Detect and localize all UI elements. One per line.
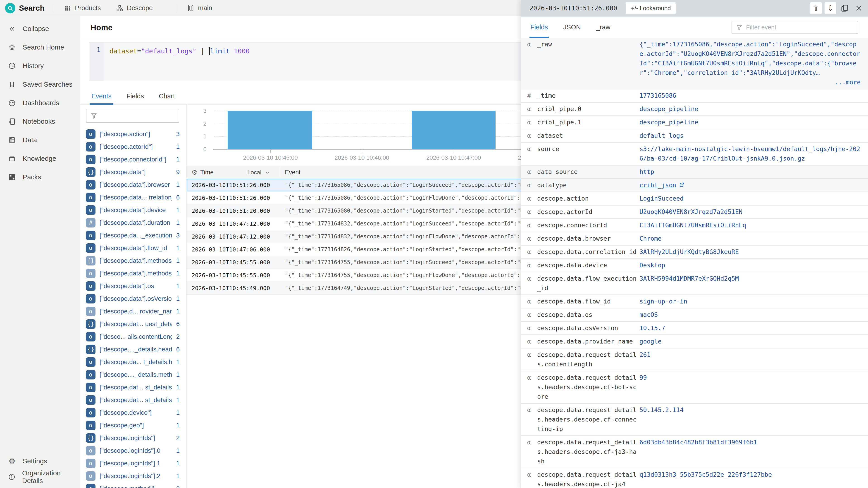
detail-field-row[interactable]: αdescope.data.request_details.headers.de… <box>521 404 868 436</box>
sidebar-item-knowledge[interactable]: Knowledge <box>0 149 80 168</box>
detail-field-row[interactable]: αdescope.data.provider_namegoogle <box>521 335 868 349</box>
field-list-item[interactable]: α["descope...._details.method1 <box>80 368 186 381</box>
detail-field-row[interactable]: αdescope.data.request_details.headers.de… <box>521 436 868 468</box>
field-list-item[interactable]: α["descope.device"]1 <box>80 406 186 419</box>
lookaround-button[interactable]: +/- Lookaround <box>626 2 676 14</box>
field-list-item[interactable]: α["descope.method"]2 <box>80 482 186 488</box>
sidebar-item-organization-details[interactable]: Organization Details <box>0 469 80 485</box>
event-filter-input[interactable] <box>746 24 858 31</box>
detail-field-row[interactable]: αdescope.data.flow_idsign-up-or-in <box>521 295 868 308</box>
timezone-selector[interactable]: Local <box>247 169 270 176</box>
detail-field-row[interactable]: αdescope.data.request_details.contentLen… <box>521 349 868 371</box>
sidebar-item-saved-searches[interactable]: Saved Searches <box>0 75 80 94</box>
detail-field-row[interactable]: αcribl_pipe.0descope_pipeline <box>521 103 868 116</box>
sidebar-item-settings[interactable]: ⚙Settings <box>0 453 80 469</box>
previous-event-button[interactable]: ⇧ <box>810 2 822 14</box>
detail-field-name: cribl_pipe.1 <box>537 118 640 127</box>
detail-field-row[interactable]: αdata_sourcehttp <box>521 166 868 179</box>
detail-field-row[interactable]: αdescope.data.request_details.headers.de… <box>521 468 868 488</box>
detail-field-row[interactable]: αdescope.connectorIdCI3AiffGmUGNt7U0smRE… <box>521 219 868 232</box>
field-list-item[interactable]: α["descope.loginIds"].11 <box>80 457 186 470</box>
copy-event-button[interactable] <box>839 2 850 14</box>
field-list-item[interactable]: {}["descope.loginIds"]2 <box>80 432 186 444</box>
event-time: 2026-03-10T10:51:20.000 <box>187 207 278 214</box>
field-list-item[interactable]: α["descope.dat... st_details.url1 <box>80 394 186 406</box>
sidebar-item-search-home[interactable]: Search Home <box>0 38 80 57</box>
detail-field-row[interactable]: αdescope.data.flow_execution_id3AlRH5994… <box>521 272 868 295</box>
chevron-down-icon <box>265 170 270 175</box>
detail-field-row[interactable]: αdescope.data.request_details.headers.de… <box>521 371 868 404</box>
detail-field-row[interactable]: αdatasetdefault_logs <box>521 129 868 143</box>
field-list-item[interactable]: {}["descope.dat... uest_details6 <box>80 318 186 330</box>
field-list-item[interactable]: α["descope.geo"]1 <box>80 419 186 432</box>
field-filter-input[interactable] <box>100 112 179 120</box>
menu-item-descope[interactable]: Descope <box>116 4 153 12</box>
field-list-item[interactable]: α["descope.da..._execution_id3 <box>80 229 186 242</box>
sidebar-item-history[interactable]: History <box>0 57 80 75</box>
field-list-item[interactable]: α["descope.data"].flow_id1 <box>80 242 186 254</box>
field-list-item[interactable]: α["descope.data... rrelation_id6 <box>80 191 186 204</box>
tab-events[interactable]: Events <box>91 93 113 104</box>
close-panel-button[interactable] <box>853 2 865 14</box>
raw-more-link[interactable]: ...more <box>640 77 861 87</box>
field-list-item[interactable]: #["descope.data"].duration1 <box>80 217 186 229</box>
event-filter[interactable] <box>732 21 858 34</box>
field-count: 1 <box>176 206 180 214</box>
field-list-item[interactable]: α["descope.data"].device1 <box>80 204 186 217</box>
field-list-item[interactable]: α["descope.data"].os1 <box>80 280 186 292</box>
detail-field-row[interactable]: αdescope.actionLoginSucceed <box>521 192 868 205</box>
detail-field-row[interactable]: αcribl_pipe.1descope_pipeline <box>521 116 868 129</box>
sidebar-item-packs[interactable]: Packs <box>0 168 80 186</box>
tab-chart[interactable]: Chart <box>158 93 176 104</box>
query-text[interactable]: dataset="default_logs" | limit 1000 <box>104 42 250 81</box>
sidebar-item-label: Dashboards <box>23 99 59 107</box>
field-list-item[interactable]: α["descope.dat... st_details.uri1 <box>80 381 186 394</box>
field-count: 6 <box>176 194 180 201</box>
detail-field-row[interactable]: αsources3://lake-main-nostalgic-lewin-bs… <box>521 143 868 166</box>
detail-tab-fields[interactable]: Fields <box>529 17 549 38</box>
detail-field-row[interactable]: #_time1773165086 <box>521 89 868 103</box>
sidebar-item-dashboards[interactable]: Dashboards <box>0 94 80 112</box>
chart-bar[interactable] <box>228 111 312 149</box>
chart-bar[interactable] <box>412 111 496 149</box>
detail-field-row[interactable]: αdescope.data.browserChrome <box>521 232 868 246</box>
detail-field-row[interactable]: α_raw{"_time":1773165086,"descope.action… <box>521 38 868 89</box>
field-list-item[interactable]: α["descope.data"].osVersion1 <box>80 292 186 305</box>
detail-tab-raw[interactable]: _raw <box>595 17 611 38</box>
datatype-link[interactable]: cribl_json <box>640 182 676 189</box>
menu-item-main[interactable]: main <box>187 4 212 12</box>
field-list-item[interactable]: {}["descope.data"]9 <box>80 166 186 178</box>
detail-field-row[interactable]: αdescope.data.osmacOS <box>521 308 868 322</box>
detail-field-row[interactable]: αdescope.data.osVersion10.15.7 <box>521 322 868 335</box>
y-axis-tick-label: 3 <box>193 107 207 115</box>
field-type-badge-string: α <box>86 395 95 405</box>
detail-field-row[interactable]: αdescope.data.deviceDesktop <box>521 259 868 272</box>
sidebar-collapse-button[interactable]: Collapse <box>0 20 80 38</box>
field-list-item[interactable]: α["descope.actorId"]1 <box>80 140 186 153</box>
field-list-item[interactable]: α["descope.data"].methods.01 <box>80 267 186 280</box>
field-filter[interactable] <box>86 109 179 123</box>
menu-item-products[interactable]: Products <box>64 4 101 12</box>
tab-fields[interactable]: Fields <box>126 93 145 104</box>
field-list-item[interactable]: α["descope.data"].browser1 <box>80 178 186 191</box>
field-list-item[interactable]: α["desco... ails.contentLength2 <box>80 330 186 343</box>
sidebar-item-data[interactable]: Data <box>0 131 80 149</box>
field-list-item[interactable]: α["descope.d... rovider_name1 <box>80 305 186 318</box>
detail-field-name: data_source <box>537 167 640 176</box>
field-type-badge-string: α <box>86 421 95 430</box>
field-list-item[interactable]: {}["descope.data"].methods1 <box>80 254 186 267</box>
detail-field-row[interactable]: αdescope.data.correlation_id3AlRHy2ULdjU… <box>521 246 868 259</box>
table-settings-gear-icon[interactable]: ⚙ <box>191 169 198 176</box>
sidebar-item-notebooks[interactable]: Notebooks <box>0 112 80 131</box>
field-list-item[interactable]: {}["descope...._details.headers6 <box>80 343 186 356</box>
next-event-button[interactable]: ⇩ <box>824 2 837 14</box>
detail-tab-json[interactable]: JSON <box>562 17 582 38</box>
field-list-item[interactable]: α["descope.action"]3 <box>80 128 186 140</box>
field-list-item[interactable]: α["descope.loginIds"].21 <box>80 470 186 482</box>
field-name: ["descope.loginIds"].1 <box>99 460 172 467</box>
detail-field-row[interactable]: αdatatypecribl_json <box>521 179 868 192</box>
field-list-item[interactable]: α["descope.connectorId"]1 <box>80 153 186 166</box>
field-list-item[interactable]: α["descope.da... t_details.host1 <box>80 356 186 368</box>
detail-field-row[interactable]: αdescope.actorIdU2uogKO40VEN8rXJrqzd7a2d… <box>521 205 868 219</box>
field-list-item[interactable]: α["descope.loginIds"].01 <box>80 444 186 457</box>
